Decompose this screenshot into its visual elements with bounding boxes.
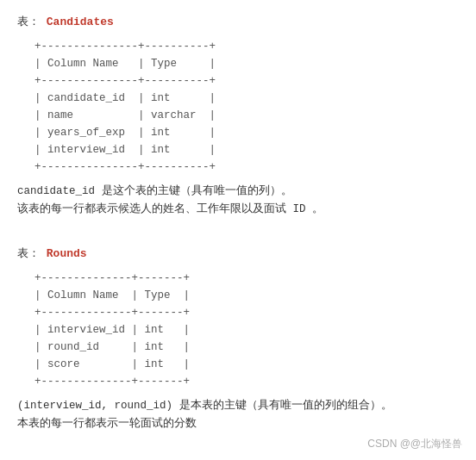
table-row-rounds-1: | Column Name | Type | bbox=[34, 287, 459, 304]
table-row-rounds-3: | interview_id | int | bbox=[34, 321, 459, 339]
table-label-prefix-rounds: 表： bbox=[17, 247, 47, 260]
table-content-rounds: +--------------+-------+| Column Name | … bbox=[34, 270, 459, 390]
table-label-rounds: 表： Rounds bbox=[17, 246, 459, 261]
description-line-candidates-1: 该表的每一行都表示候选人的姓名、工作年限以及面试 ID 。 bbox=[17, 201, 459, 219]
table-row-candidates-4: | name | varchar | bbox=[34, 107, 459, 124]
watermark: CSDN @@北海怪兽 bbox=[367, 437, 462, 451]
description-line-rounds-0: (interview_id, round_id) 是本表的主键（具有唯一值的列的… bbox=[17, 397, 459, 415]
table-row-candidates-5: | years_of_exp | int | bbox=[34, 124, 459, 141]
table-row-candidates-3: | candidate_id | int | bbox=[34, 90, 459, 107]
table-row-rounds-4: | round_id | int | bbox=[34, 339, 459, 356]
table-row-rounds-6: +--------------+-------+ bbox=[34, 373, 459, 390]
table-label-candidates: 表： Candidates bbox=[17, 14, 459, 29]
description-rounds: (interview_id, round_id) 是本表的主键（具有唯一值的列的… bbox=[17, 397, 459, 434]
description-line-rounds-1: 本表的每一行都表示一轮面试的分数 bbox=[17, 415, 459, 433]
section-candidates: 表： Candidates+---------------+----------… bbox=[17, 14, 459, 220]
table-name-candidates: Candidates bbox=[47, 16, 114, 28]
table-label-prefix-candidates: 表： bbox=[17, 16, 47, 28]
table-row-candidates-0: +---------------+----------+ bbox=[34, 38, 459, 55]
table-row-rounds-0: +--------------+-------+ bbox=[34, 270, 459, 287]
table-row-candidates-7: +---------------+----------+ bbox=[34, 159, 459, 176]
table-row-candidates-2: +---------------+----------+ bbox=[34, 72, 459, 90]
section-rounds: 表： Rounds+--------------+-------+| Colum… bbox=[17, 246, 459, 434]
table-name-rounds: Rounds bbox=[47, 247, 87, 260]
table-row-candidates-1: | Column Name | Type | bbox=[34, 55, 459, 72]
table-content-candidates: +---------------+----------+| Column Nam… bbox=[34, 38, 459, 176]
section-spacer-0 bbox=[17, 237, 459, 246]
description-candidates: candidate_id 是这个表的主键（具有唯一值的列）。该表的每一行都表示候… bbox=[17, 183, 459, 220]
table-row-candidates-6: | interview_id | int | bbox=[34, 141, 459, 159]
description-line-candidates-0: candidate_id 是这个表的主键（具有唯一值的列）。 bbox=[17, 183, 459, 201]
table-row-rounds-2: +--------------+-------+ bbox=[34, 304, 459, 321]
table-row-rounds-5: | score | int | bbox=[34, 356, 459, 373]
